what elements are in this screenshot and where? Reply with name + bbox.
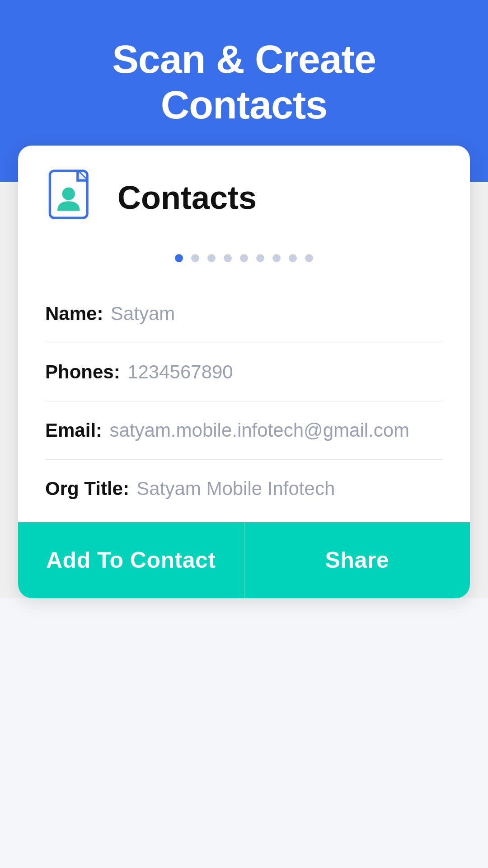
phones-field-row: Phones: 1234567890 [45,343,443,401]
name-value: Satyam [111,303,175,324]
email-field-row: Email: satyam.mobile.infotech@gmail.com [45,401,443,460]
page-title: Scan & Create Contacts [27,36,461,127]
org-title-field-row: Org Title: Satyam Mobile Infotech [45,460,443,522]
dot-9 [305,254,313,262]
card-actions: Add To Contact Share [18,522,470,598]
dot-1 [175,254,183,262]
card-container: Contacts Name: Satyam Phones: 1234567890 [0,146,488,598]
add-to-contact-button[interactable]: Add To Contact [18,522,244,598]
org-title-value: Satyam Mobile Infotech [136,478,335,499]
pagination-dots [18,245,470,276]
org-title-label: Org Title: [45,478,129,499]
contact-card: Contacts Name: Satyam Phones: 1234567890 [18,146,470,598]
card-body: Name: Satyam Phones: 1234567890 Email: s… [18,276,470,522]
svg-point-1 [62,188,75,200]
dot-2 [191,254,199,262]
dot-8 [289,254,297,262]
dot-7 [272,254,281,262]
name-label: Name: [45,303,103,324]
email-value: satyam.mobile.infotech@gmail.com [110,420,410,441]
dot-5 [240,254,248,262]
share-button[interactable]: Share [244,522,470,598]
dot-4 [224,254,232,262]
card-header: Contacts [18,146,470,245]
email-label: Email: [45,420,102,441]
contact-document-icon [45,168,99,227]
dot-3 [207,254,216,262]
phones-value: 1234567890 [127,361,233,382]
bottom-space [0,598,488,868]
dot-6 [256,254,264,262]
name-field-row: Name: Satyam [45,285,443,343]
card-title: Contacts [117,179,257,216]
phones-label: Phones: [45,361,120,382]
